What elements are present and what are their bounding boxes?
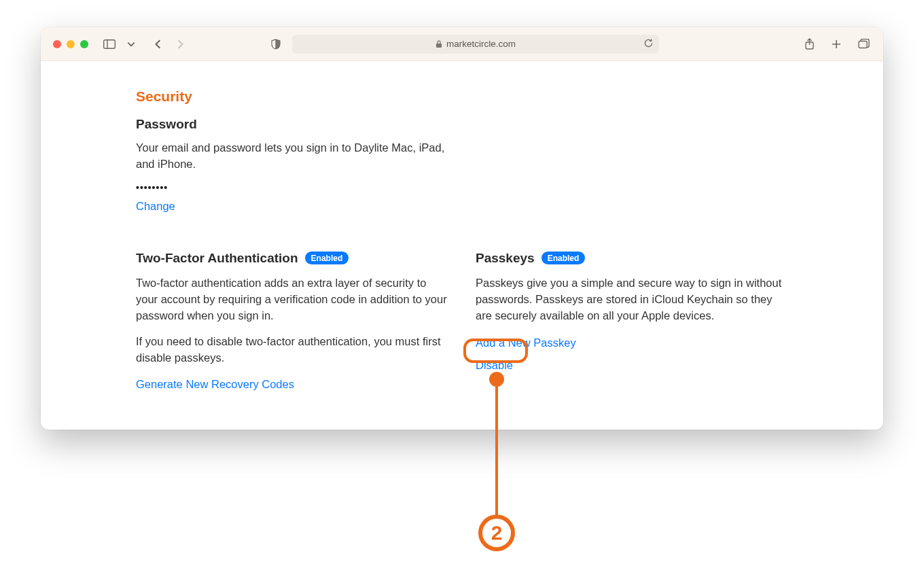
share-icon[interactable] <box>800 36 818 52</box>
zoom-window-button[interactable] <box>80 40 88 48</box>
svg-rect-0 <box>104 39 116 48</box>
reload-icon[interactable] <box>643 38 654 50</box>
section-title-security: Security <box>136 88 788 105</box>
passkeys-desc: Passkeys give you a simple and secure wa… <box>476 275 788 324</box>
page-content: Security Password Your email and passwor… <box>41 61 883 430</box>
chevron-down-icon[interactable] <box>122 36 140 52</box>
password-heading: Password <box>136 117 788 132</box>
svg-rect-7 <box>859 41 867 48</box>
forward-button[interactable] <box>171 36 189 52</box>
sidebar-controls <box>101 36 140 52</box>
sidebar-toggle-icon[interactable] <box>101 36 118 52</box>
add-passkey-link[interactable]: Add a New Passkey <box>476 336 576 349</box>
browser-toolbar: marketcircle.com <box>41 27 883 61</box>
password-masked: •••••••• <box>136 182 788 193</box>
disable-passkeys-link[interactable]: Disable <box>476 359 513 372</box>
tfa-desc-2: If you need to disable two-factor authen… <box>136 334 448 366</box>
tfa-heading: Two-Factor Authentication <box>136 251 298 266</box>
generate-recovery-codes-link[interactable]: Generate New Recovery Codes <box>136 378 294 391</box>
tfa-section: Two-Factor Authentication Enabled Two-fa… <box>136 251 448 392</box>
annotation-step-number: 2 <box>491 521 503 544</box>
url-text: marketcircle.com <box>446 39 516 49</box>
tfa-desc-1: Two-factor authentication adds an extra … <box>136 275 448 324</box>
back-button[interactable] <box>149 36 167 52</box>
browser-window: marketcircle.com <box>41 27 883 430</box>
passkeys-section: Passkeys Enabled Passkeys give you a sim… <box>476 251 788 392</box>
address-bar[interactable]: marketcircle.com <box>292 35 659 54</box>
toolbar-right <box>800 36 872 52</box>
nav-controls <box>149 36 189 52</box>
annotation-step-badge: 2 <box>478 515 515 551</box>
passkeys-heading: Passkeys <box>476 251 535 266</box>
passkeys-enabled-badge: Enabled <box>541 252 586 264</box>
minimize-window-button[interactable] <box>67 40 75 48</box>
close-window-button[interactable] <box>53 40 61 48</box>
lock-icon <box>436 40 442 48</box>
tabs-overview-icon[interactable] <box>855 36 872 52</box>
tfa-enabled-badge: Enabled <box>305 252 349 264</box>
svg-rect-2 <box>436 44 442 48</box>
password-description: Your email and password lets you sign in… <box>136 140 455 173</box>
window-controls <box>53 40 88 48</box>
privacy-shield-icon[interactable] <box>267 36 285 52</box>
new-tab-icon[interactable] <box>828 36 845 52</box>
change-password-link[interactable]: Change <box>136 200 175 213</box>
